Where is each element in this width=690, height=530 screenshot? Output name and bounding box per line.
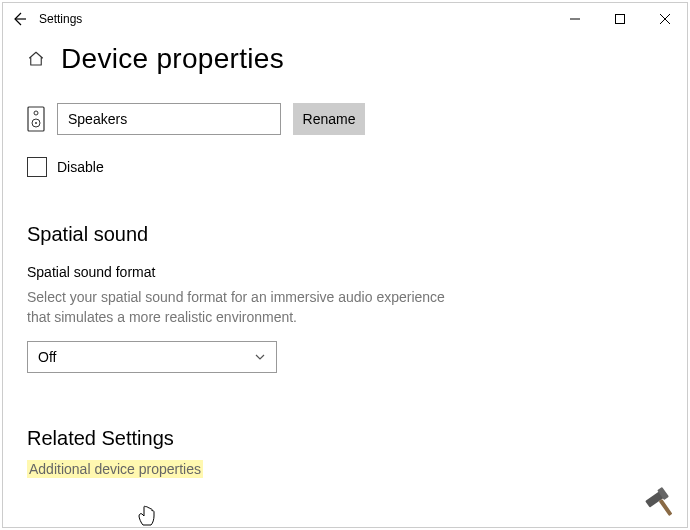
device-name-input[interactable]: [57, 103, 281, 135]
hammer-watermark-icon: [640, 480, 682, 522]
settings-window: Settings Device properties: [2, 2, 688, 528]
spatial-format-dropdown[interactable]: Off: [27, 341, 277, 373]
window-controls: [552, 4, 687, 34]
back-button[interactable]: [11, 11, 27, 27]
speaker-icon: [27, 106, 45, 132]
spatial-sound-title: Spatial sound: [27, 223, 663, 246]
app-title: Settings: [39, 12, 82, 26]
spatial-format-description: Select your spatial sound format for an …: [27, 288, 467, 327]
page-header: Device properties: [27, 43, 663, 75]
rename-button[interactable]: Rename: [293, 103, 365, 135]
dropdown-selected-value: Off: [38, 349, 56, 365]
chevron-down-icon: [254, 351, 266, 363]
svg-rect-7: [659, 499, 673, 516]
additional-device-properties-link[interactable]: Additional device properties: [27, 460, 203, 478]
device-name-row: Rename: [27, 103, 663, 135]
disable-row: Disable: [27, 157, 663, 177]
page-title: Device properties: [61, 43, 284, 75]
titlebar: Settings: [3, 3, 687, 35]
spatial-format-label: Spatial sound format: [27, 264, 663, 280]
disable-checkbox[interactable]: [27, 157, 47, 177]
content-area: Device properties Rename Disable Spatial…: [3, 35, 687, 478]
svg-point-4: [35, 122, 37, 124]
home-icon[interactable]: [27, 50, 45, 68]
minimize-button[interactable]: [552, 4, 597, 34]
minimize-icon: [570, 14, 580, 24]
svg-point-2: [34, 111, 38, 115]
maximize-button[interactable]: [597, 4, 642, 34]
arrow-left-icon: [11, 11, 27, 27]
close-button[interactable]: [642, 4, 687, 34]
maximize-icon: [615, 14, 625, 24]
titlebar-left: Settings: [11, 11, 82, 27]
disable-label: Disable: [57, 159, 104, 175]
related-settings-title: Related Settings: [27, 427, 663, 450]
close-icon: [660, 14, 670, 24]
svg-rect-0: [615, 15, 624, 24]
